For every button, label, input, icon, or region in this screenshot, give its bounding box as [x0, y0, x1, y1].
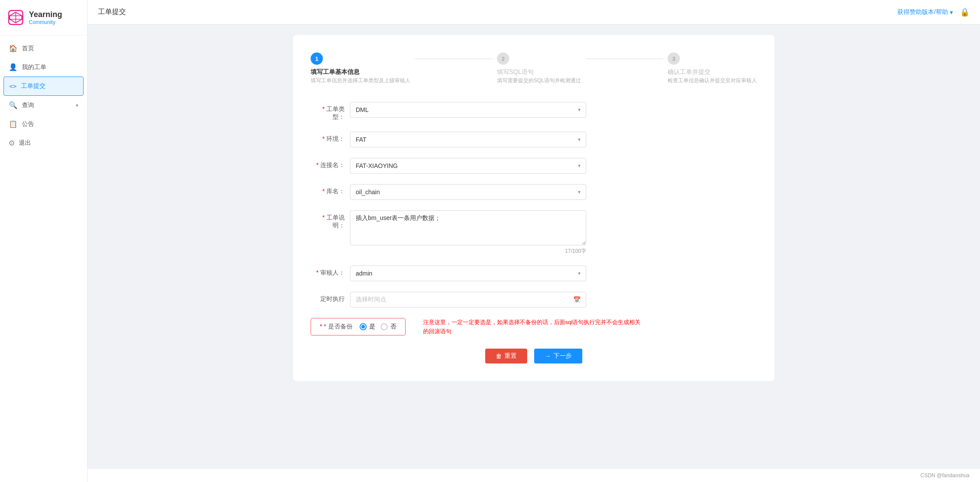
next-label: 下一步 [553, 352, 572, 360]
db-chevron: ▾ [578, 189, 581, 195]
button-row: 🗑 重置 → 下一步 [311, 349, 757, 363]
step-connector-2-3 [585, 59, 663, 59]
content-area: 1 填写工单基本信息 填写工单信息并选择工单类型及上级审核人 2 填写SQL语句 [88, 24, 980, 468]
field-schedule: 定时执行 选择时间点 📅 [311, 292, 757, 307]
reviewer-control: admin ▾ [350, 265, 586, 281]
env-select[interactable]: FAT ▾ [350, 132, 586, 147]
backup-label: * * 是否备份 [320, 323, 353, 331]
backup-yes-option[interactable]: 是 [360, 323, 375, 331]
logo-icon [7, 9, 24, 26]
search-icon: 🔍 [9, 101, 18, 109]
logo: Yearning Community [0, 0, 87, 35]
home-icon: 🏠 [9, 44, 18, 52]
backup-no-label: 否 [390, 323, 396, 331]
sidebar-item-submit-order[interactable]: <> 工单提交 [4, 77, 84, 96]
order-type-control: DML ▾ [350, 102, 586, 118]
sidebar-item-notice[interactable]: 📋 公告 [0, 115, 87, 133]
schedule-placeholder: 选择时间点 [356, 296, 386, 304]
connection-label: * 连接名： [311, 158, 350, 169]
topbar-right: 获得赞助版本/帮助 ▾ 🔒 [897, 7, 970, 17]
backup-radio-group: 是 否 [360, 323, 396, 331]
reset-button[interactable]: 🗑 重置 [485, 349, 527, 363]
step-3: 3 确认工单并提交 检查工单信息确认并提交至对应审核人 [668, 52, 757, 84]
env-chevron: ▾ [578, 136, 581, 143]
field-reviewer: * 审核人： admin ▾ [311, 265, 757, 281]
sidebar-item-label-submit: 工单提交 [21, 82, 46, 90]
sidebar-item-label-home: 首页 [22, 45, 34, 52]
backup-no-option[interactable]: 否 [381, 323, 396, 331]
connection-control: FAT-XIAOYING ▾ [350, 158, 586, 174]
sidebar-item-label-query: 查询 [22, 101, 34, 109]
db-label: * 库名： [311, 184, 350, 196]
sidebar-nav: 🏠 首页 👤 我的工单 <> 工单提交 🔍 查询 ▾ 📋 公告 ⊙ 退出 [0, 35, 87, 482]
help-link[interactable]: 获得赞助版本/帮助 ▾ [897, 8, 953, 16]
reviewer-value: admin [356, 270, 372, 277]
sidebar-item-my-orders[interactable]: 👤 我的工单 [0, 58, 87, 77]
field-order-type: * 工单类型： DML ▾ [311, 102, 757, 121]
help-link-text: 获得赞助版本/帮助 [897, 8, 948, 16]
help-chevron-icon: ▾ [950, 9, 953, 16]
desc-label: * 工单说明： [311, 210, 350, 230]
step-2-name: 填写SQL语句 [497, 68, 581, 76]
app-title: Yearning [29, 10, 62, 19]
sidebar-item-label-notice: 公告 [22, 120, 34, 128]
step-2-desc: 填写需要提交的SQL语句并检测通过 [497, 77, 581, 84]
db-select[interactable]: oil_chain ▾ [350, 184, 586, 200]
sidebar-item-logout[interactable]: ⊙ 退出 [0, 133, 87, 152]
step-3-top: 3 [668, 52, 757, 65]
env-label: * 环境： [311, 132, 350, 143]
connection-value: FAT-XIAOYING [356, 162, 398, 169]
logo-text: Yearning Community [29, 10, 62, 25]
schedule-control: 选择时间点 📅 [350, 292, 586, 307]
connection-select[interactable]: FAT-XIAOYING ▾ [350, 158, 586, 174]
next-button[interactable]: → 下一步 [534, 349, 582, 363]
backup-no-radio[interactable] [381, 323, 388, 330]
step-3-name: 确认工单并提交 [668, 68, 757, 76]
step-connector-1-2 [415, 59, 493, 59]
backup-yes-radio[interactable] [360, 323, 367, 330]
step-3-texts: 确认工单并提交 检查工单信息确认并提交至对应审核人 [668, 68, 757, 84]
desc-textarea[interactable]: 插入bm_user表一条用户数据； [350, 210, 586, 245]
topbar: 工单提交 获得赞助版本/帮助 ▾ 🔒 [88, 0, 980, 24]
code-icon: <> [9, 83, 17, 90]
sidebar-item-query[interactable]: 🔍 查询 ▾ [0, 96, 87, 115]
step-2-texts: 填写SQL语句 填写需要提交的SQL语句并检测通过 [497, 68, 581, 84]
connection-chevron: ▾ [578, 163, 581, 169]
desc-counter: 17/100字 [350, 248, 586, 255]
reviewer-select[interactable]: admin ▾ [350, 265, 586, 281]
backup-yes-label: 是 [369, 323, 375, 331]
field-env: * 环境： FAT ▾ [311, 132, 757, 147]
reset-icon: 🗑 [496, 353, 502, 360]
field-desc: * 工单说明： 插入bm_user表一条用户数据； 17/100字 [311, 210, 757, 255]
step-2-top: 2 [497, 52, 581, 65]
app-subtitle: Community [29, 19, 62, 25]
step-1-top: 1 [311, 52, 410, 65]
step-3-num: 3 [668, 52, 680, 65]
schedule-label: 定时执行 [311, 292, 350, 303]
reviewer-label: * 审核人： [311, 265, 350, 277]
clipboard-icon: 📋 [9, 120, 18, 128]
page-title: 工单提交 [98, 7, 126, 17]
backup-field: * * 是否备份 是 否 [311, 318, 406, 335]
db-value: oil_chain [356, 189, 380, 196]
backup-section: * * 是否备份 是 否 注意这里，一定一定要选是，如果选择不备份的话，后面sq [311, 318, 757, 336]
field-db: * 库名： oil_chain ▾ [311, 184, 757, 200]
sidebar-item-home[interactable]: 🏠 首页 [0, 39, 87, 58]
main-area: 工单提交 获得赞助版本/帮助 ▾ 🔒 1 填写工单基本信息 填写工单信息 [88, 0, 980, 482]
sidebar-item-label-my-orders: 我的工单 [22, 63, 46, 71]
reset-label: 重置 [504, 352, 517, 360]
env-control: FAT ▾ [350, 132, 586, 147]
order-type-select[interactable]: DML ▾ [350, 102, 586, 118]
step-1-texts: 填写工单基本信息 填写工单信息并选择工单类型及上级审核人 [311, 68, 410, 84]
desc-control: 插入bm_user表一条用户数据； 17/100字 [350, 210, 586, 255]
step-1-desc: 填写工单信息并选择工单类型及上级审核人 [311, 77, 410, 84]
reviewer-chevron: ▾ [578, 270, 581, 276]
step-1-num: 1 [311, 52, 323, 65]
db-control: oil_chain ▾ [350, 184, 586, 200]
step-1-name: 填写工单基本信息 [311, 68, 410, 76]
schedule-picker[interactable]: 选择时间点 📅 [350, 292, 586, 307]
sidebar-item-label-logout: 退出 [19, 139, 31, 147]
logout-icon: ⊙ [9, 139, 14, 147]
person-icon: 👤 [9, 63, 18, 71]
order-type-label: * 工单类型： [311, 102, 350, 121]
